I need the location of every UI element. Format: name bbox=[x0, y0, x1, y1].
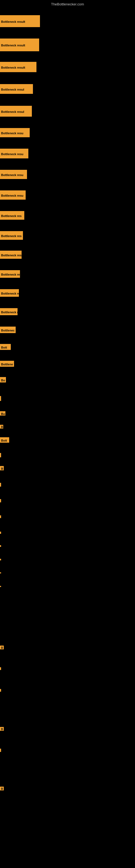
bottleneck-item: Bottleneck result bbox=[0, 62, 37, 72]
bottleneck-label: Bottlene bbox=[0, 361, 14, 367]
bottleneck-item: Bottleneck resul bbox=[0, 84, 33, 94]
bottleneck-item: Bottleneck resu bbox=[0, 170, 27, 179]
site-title: TheBottlenecker.com bbox=[0, 1, 135, 7]
bottleneck-label: Bo bbox=[0, 377, 6, 382]
bottleneck-item: Bottleneck re bbox=[0, 270, 20, 278]
bottleneck-item: B bbox=[0, 466, 4, 470]
bottleneck-label: Bottleneck resu bbox=[0, 128, 30, 137]
bottleneck-bar-item bbox=[0, 572, 1, 574]
bottleneck-item: B bbox=[0, 646, 4, 649]
bottleneck-label: Bottleneck res bbox=[0, 251, 21, 259]
bottleneck-label: Bottleneck res bbox=[0, 231, 23, 240]
bottleneck-bar-item bbox=[0, 516, 1, 518]
bottleneck-item: Bottleneck resu bbox=[0, 149, 28, 158]
bottleneck-item: Bottleneck re bbox=[0, 308, 17, 315]
bottleneck-bar-item bbox=[0, 586, 1, 587]
bottleneck-bar-item bbox=[0, 396, 1, 401]
bottleneck-item: Bottleneck result bbox=[0, 38, 39, 51]
bottleneck-label: Bottleneck result bbox=[0, 62, 37, 72]
bottleneck-label: Bott bbox=[0, 437, 9, 443]
bottleneck-bar-item bbox=[0, 689, 1, 692]
bottleneck-item: Bottleneck resu bbox=[0, 190, 26, 199]
bottleneck-label: Bottleneck resul bbox=[0, 106, 32, 117]
bottleneck-item: Bo bbox=[0, 411, 5, 415]
bottleneck-bar-item bbox=[0, 499, 1, 502]
bottleneck-item: Bo bbox=[0, 377, 6, 382]
bottleneck-item: Bottleneck result bbox=[0, 15, 40, 27]
bottleneck-label: Bottleneck re bbox=[0, 270, 20, 278]
bottleneck-item: Bottleneck res bbox=[0, 211, 24, 220]
bottleneck-item: Bottleneck res bbox=[0, 251, 21, 259]
bottleneck-bar-item bbox=[0, 532, 1, 534]
bottleneck-item: Bottleneck res bbox=[0, 231, 23, 240]
bottleneck-item: Bottlene bbox=[0, 361, 14, 367]
bottleneck-label: Bottleneck resul bbox=[0, 84, 33, 94]
bottleneck-item: B bbox=[0, 727, 4, 731]
bottleneck-item: Bott bbox=[0, 344, 11, 350]
bottleneck-label: B bbox=[0, 786, 4, 790]
bottleneck-label: Bottlenec bbox=[0, 327, 16, 333]
bottleneck-label: Bo bbox=[0, 411, 5, 415]
bottleneck-label: Bottleneck resu bbox=[0, 149, 28, 158]
bottleneck-item: Bott bbox=[0, 437, 9, 443]
bottleneck-bar-item bbox=[0, 667, 1, 670]
bottleneck-label: Bottleneck resu bbox=[0, 190, 26, 199]
bottleneck-label: B bbox=[0, 425, 3, 429]
bottleneck-bar-item bbox=[0, 483, 1, 487]
bottleneck-label: Bottleneck re bbox=[0, 289, 19, 297]
bottleneck-bar-item bbox=[0, 453, 1, 457]
bottleneck-label: B bbox=[0, 727, 4, 731]
bottleneck-label: Bottleneck res bbox=[0, 211, 24, 220]
bottleneck-label: Bottleneck result bbox=[0, 38, 39, 51]
bottleneck-label: Bottleneck resu bbox=[0, 170, 27, 179]
bottleneck-label: Bottleneck result bbox=[0, 15, 40, 27]
bottleneck-bar-item bbox=[0, 559, 1, 560]
bottleneck-item: B bbox=[0, 786, 4, 790]
bottleneck-item: Bottleneck resul bbox=[0, 106, 32, 117]
bottleneck-item: B bbox=[0, 425, 3, 429]
bottleneck-label: B bbox=[0, 646, 4, 649]
bottleneck-label: B bbox=[0, 466, 4, 470]
bottleneck-item: Bottleneck resu bbox=[0, 128, 30, 137]
bottleneck-item: Bottleneck re bbox=[0, 289, 19, 297]
bottleneck-bar-item bbox=[0, 545, 1, 547]
bottleneck-bar-item bbox=[0, 749, 1, 752]
bottleneck-label: Bottleneck re bbox=[0, 308, 17, 315]
bottleneck-item: Bottlenec bbox=[0, 327, 16, 333]
bottleneck-label: Bott bbox=[0, 344, 11, 350]
